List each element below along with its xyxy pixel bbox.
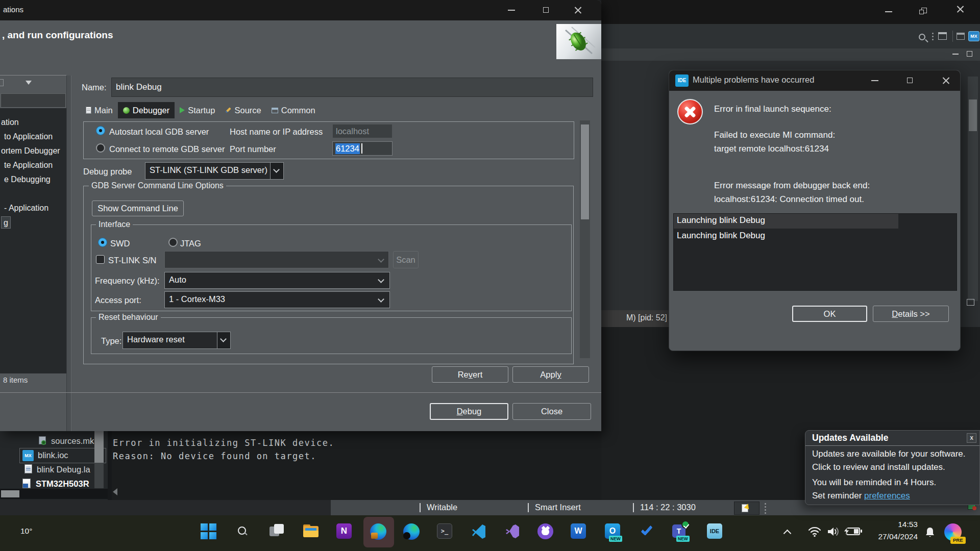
name-input[interactable]: blink Debug	[111, 78, 593, 97]
vscode-icon[interactable]	[471, 523, 487, 540]
weather-temperature[interactable]: 10°	[20, 527, 32, 536]
tab-startup[interactable]: Startup	[175, 102, 220, 118]
teams-icon[interactable]: T NEW	[672, 523, 689, 540]
clock-time[interactable]: 14:53	[898, 520, 918, 529]
notification-bell-icon[interactable]	[925, 527, 935, 540]
wifi-icon[interactable]	[807, 525, 822, 540]
dropdown-button[interactable]	[270, 163, 283, 179]
error-list-item[interactable]: Launching blink Debug	[677, 231, 765, 241]
reset-type-value: Hardware reset	[127, 335, 185, 344]
stlink-sn-select[interactable]	[164, 251, 389, 268]
tab-source[interactable]: Source	[220, 102, 266, 118]
dialog-maximize-button[interactable]	[543, 7, 549, 13]
tree-item[interactable]: te Application	[4, 159, 53, 171]
file-blink-debug-launch[interactable]: blink Debug.la	[37, 465, 90, 474]
dropdown-button[interactable]	[217, 332, 230, 348]
status-tool-icon-box[interactable]	[734, 502, 760, 515]
tree-filter-menu-icon[interactable]	[26, 81, 32, 85]
file-explorer-icon[interactable]	[303, 523, 319, 540]
console-tab[interactable]: M) [pid: 52]	[601, 310, 669, 327]
dialog-minimize-button[interactable]	[508, 10, 515, 11]
github-desktop-icon[interactable]	[537, 523, 554, 540]
cubemx-perspective-icon[interactable]: MX	[968, 31, 979, 41]
reset-type-select[interactable]: Hardware reset	[122, 332, 231, 349]
close-button[interactable]: Close	[512, 403, 591, 420]
edge-profile-icon[interactable]	[403, 523, 420, 540]
task-view-icon[interactable]	[268, 523, 285, 540]
status-insert-mode: Smart Insert	[535, 503, 581, 512]
tree-filter-input[interactable]	[1, 93, 66, 108]
console-view-icon[interactable]	[967, 299, 974, 306]
dialog-close-button[interactable]	[573, 5, 583, 15]
file-sources-mk[interactable]: sources.mk	[51, 436, 94, 446]
debug-button[interactable]: Debug	[430, 403, 508, 420]
status-separator	[633, 503, 634, 512]
preferences-link[interactable]: preferences	[864, 491, 910, 500]
stlink-sn-checkbox[interactable]	[96, 255, 105, 264]
bg-minimize-button[interactable]	[885, 11, 892, 12]
frequency-select[interactable]: Auto	[164, 272, 390, 289]
explorer-hscrollbar-thumb[interactable]	[1, 490, 19, 497]
tree-form-sash[interactable]	[66, 76, 71, 431]
onenote-icon[interactable]: N	[336, 523, 353, 540]
error-maximize-button[interactable]	[907, 78, 913, 83]
jtag-radio[interactable]	[168, 238, 178, 247]
error-list-item[interactable]: Launching blink Debug	[677, 215, 765, 226]
file-stm32h503[interactable]: STM32H503R	[36, 479, 89, 489]
tree-item[interactable]: e Debugging	[4, 173, 51, 186]
tree-item[interactable]: - Application	[4, 202, 48, 214]
todo-icon[interactable]	[639, 523, 655, 540]
search-icon[interactable]	[919, 34, 925, 40]
debug-perspective-icon[interactable]	[957, 33, 965, 40]
error-close-button[interactable]	[941, 76, 951, 86]
taskbar-search-icon[interactable]	[235, 523, 251, 540]
visual-studio-icon[interactable]	[504, 523, 521, 540]
port-input[interactable]: 61234	[332, 141, 393, 156]
apply-button[interactable]: Apply	[512, 366, 589, 383]
console-hscroll-left-arrow[interactable]	[113, 488, 117, 495]
word-icon[interactable]: W	[571, 523, 587, 540]
details-button[interactable]: Details >>	[873, 306, 949, 322]
error-minimize-button[interactable]	[871, 80, 878, 81]
autostart-gdb-radio[interactable]	[96, 126, 105, 135]
updates-line: Click to review and install updates.	[812, 462, 945, 472]
tree-item-selected[interactable]: g	[1, 216, 11, 229]
tree-item[interactable]: ortem Debugger	[1, 145, 60, 157]
tree-item[interactable]: ation	[1, 116, 19, 129]
revert-button[interactable]: Revert	[432, 366, 508, 383]
view-minimize-icon[interactable]	[952, 54, 959, 55]
panel-separator[interactable]	[108, 431, 112, 500]
bg-close-button[interactable]	[955, 4, 966, 14]
tab-main[interactable]: Main	[81, 102, 118, 118]
stm32cubeide-icon[interactable]: IDE	[707, 523, 723, 540]
edge-work-profile-icon[interactable]	[370, 523, 386, 540]
status-grip-icon[interactable]	[765, 503, 766, 515]
host-input[interactable]: localhost	[332, 124, 393, 138]
view-maximize-icon[interactable]	[967, 51, 972, 57]
start-button[interactable]	[201, 523, 217, 540]
tab-debugger[interactable]: Debugger	[118, 102, 175, 118]
explorer-scrollbar-thumb[interactable]	[94, 431, 104, 463]
outlook-icon[interactable]: O NEW	[605, 523, 621, 540]
status-writable: Writable	[427, 503, 457, 512]
updates-close-button[interactable]: x	[967, 433, 976, 443]
ok-button[interactable]: OK	[792, 306, 867, 322]
access-port-select[interactable]: 1 - Cortex-M33	[164, 291, 390, 308]
terminal-icon[interactable]: >_	[437, 523, 453, 540]
swd-radio[interactable]	[98, 238, 107, 247]
tree-toolbar-partial-icon[interactable]	[0, 79, 4, 86]
show-command-line-button[interactable]: Show Command Line	[92, 201, 184, 216]
clock-date[interactable]: 27/04/2024	[878, 532, 918, 541]
form-scrollbar-thumb[interactable]	[581, 124, 589, 219]
debug-probe-select[interactable]: ST-LINK (ST-LINK GDB server)	[145, 162, 284, 180]
connect-remote-radio[interactable]	[96, 143, 105, 153]
tree-item[interactable]: to Application	[4, 131, 53, 143]
file-blink-ioc[interactable]: blink.ioc	[38, 450, 68, 460]
tab-common[interactable]: Common	[266, 102, 321, 118]
gdb-server-options-title: GDB Server Command Line Options	[89, 181, 226, 190]
editor-scrollbar-thumb[interactable]	[969, 99, 977, 131]
toolbar-overflow-icon[interactable]	[932, 33, 934, 42]
scan-button[interactable]: Scan	[393, 251, 419, 268]
open-perspective-icon[interactable]	[938, 32, 947, 40]
volume-icon[interactable]	[827, 526, 840, 539]
